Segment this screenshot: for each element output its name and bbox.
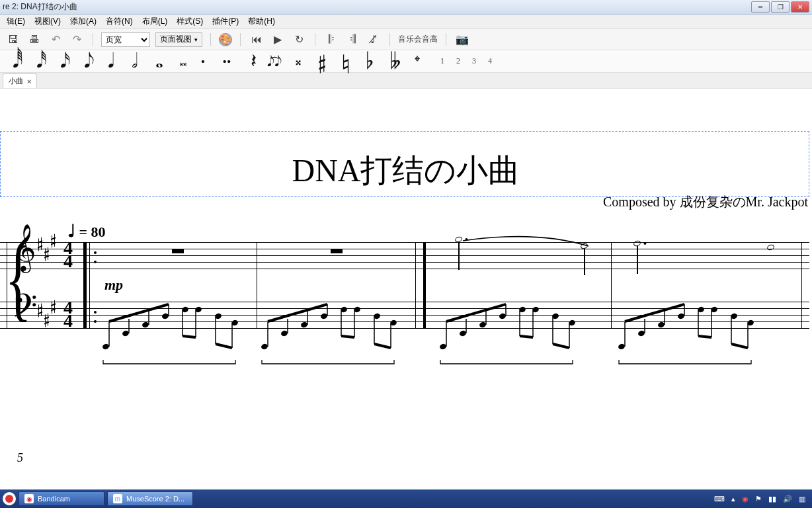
composer-text[interactable]: Composed by 成份复杂のMr. Jackpot — [603, 193, 808, 211]
concert-pitch-label[interactable]: 音乐会音高 — [398, 34, 438, 45]
duration-quarter-icon[interactable]: 𝅘𝅥 — [101, 52, 115, 71]
svg-point-6 — [161, 313, 169, 320]
menu-edit[interactable]: 辑(E) — [3, 15, 29, 28]
bass-accompaniment[interactable] — [0, 282, 812, 368]
menu-view[interactable]: 视图(V) — [30, 15, 65, 28]
barline[interactable] — [801, 242, 802, 328]
main-toolbar: 🖫 🖶 ↶ ↷ 页宽 页面视图▾ 🎨 ⏮ ▶ ↻ 𝄆 𝄇 ♪̸ 音乐会音高 📷 — [0, 29, 812, 50]
window-title: re 2: DNA打结の小曲 — [3, 1, 77, 13]
dot-icon[interactable]: • — [196, 52, 210, 71]
duration-32nd-icon[interactable]: 𝅘𝅥𝅰 — [29, 52, 44, 71]
tempo-marking[interactable]: ♩ = 80 — [67, 221, 106, 241]
duration-breve-icon[interactable]: 𝅜 — [172, 52, 186, 71]
tab-close-icon[interactable]: × — [27, 77, 31, 85]
menu-style[interactable]: 样式(S) — [173, 15, 207, 28]
redo-icon[interactable]: ↷ — [69, 32, 85, 48]
double-barline[interactable] — [423, 242, 426, 328]
svg-point-0 — [102, 343, 110, 351]
repeat-dots-icon — [94, 251, 97, 263]
play-icon[interactable]: ▶ — [270, 32, 286, 48]
menu-layout[interactable]: 布局(L) — [138, 15, 172, 28]
rest-icon[interactable]: 𝄽 — [243, 52, 258, 71]
double-dot-icon[interactable]: •• — [220, 52, 234, 71]
score-title[interactable]: DNA打结の小曲 — [292, 149, 520, 192]
save-icon[interactable]: 🖫 — [5, 32, 21, 48]
barline[interactable] — [257, 242, 257, 328]
maximize-button[interactable]: ❐ — [771, 1, 790, 13]
voice-2[interactable]: 2 — [456, 56, 460, 66]
repeat-start-barline-thin — [89, 242, 90, 328]
pageview-button[interactable]: 页面视图▾ — [155, 32, 202, 47]
document-tab[interactable]: 小曲 × — [3, 73, 37, 88]
svg-point-4 — [142, 321, 149, 329]
voice-4[interactable]: 4 — [488, 56, 492, 66]
svg-point-2 — [122, 330, 130, 337]
flip-icon[interactable]: 𝄌 — [410, 52, 425, 71]
voice-1[interactable]: 1 — [440, 56, 444, 66]
duration-8th-icon[interactable]: 𝅘𝅥𝅮 — [77, 52, 91, 71]
double-flat-icon[interactable]: ♭♭ — [386, 52, 401, 71]
repeat-dots-icon — [94, 311, 97, 323]
note-half-dotted[interactable]: • — [633, 241, 641, 246]
print-icon[interactable]: 🖶 — [26, 32, 42, 48]
system-barline — [7, 242, 7, 328]
zoom-select[interactable]: 页宽 — [101, 32, 150, 47]
rewind-icon[interactable]: ⏮ — [249, 32, 264, 48]
camera-icon[interactable]: 📷 — [454, 32, 470, 48]
sharp-icon[interactable]: ♯ — [315, 52, 329, 71]
menu-bar: 辑(E) 视图(V) 添加(A) 音符(N) 布局(L) 样式(S) 插件(P)… — [0, 15, 812, 29]
whole-rest[interactable] — [331, 249, 343, 253]
duration-64th-icon[interactable]: 𝅘𝅥𝅱 — [5, 52, 20, 71]
menu-notes[interactable]: 音符(N) — [102, 15, 137, 28]
time-signature[interactable]: 44 — [63, 241, 73, 268]
close-button[interactable]: ✕ — [791, 1, 809, 13]
voice-numbers: 1 2 3 4 — [440, 56, 492, 66]
document-tabstrip: 小曲 × — [0, 73, 812, 89]
menu-add[interactable]: 添加(A) — [66, 15, 101, 28]
palette-icon[interactable]: 🎨 — [219, 33, 232, 46]
flat-icon[interactable]: ♭ — [362, 52, 377, 71]
note-eighth-pair[interactable] — [767, 245, 774, 250]
treble-staff[interactable]: 𝄞 ♯ ♯ ♯ 44 • • — [0, 242, 809, 269]
barline[interactable] — [611, 242, 612, 328]
tie-icon[interactable]: ♪͡♪ — [267, 52, 282, 71]
minimize-button[interactable]: ━ — [751, 1, 770, 13]
slur-icon — [456, 234, 602, 274]
keysig-sharp[interactable]: ♯ — [37, 234, 43, 250]
piano-system: { 𝄞 ♯ ♯ ♯ 44 • • 𝄢 ♯ ♯ ♯ 44 — [0, 242, 809, 356]
menu-help[interactable]: 帮助(H) — [244, 15, 279, 28]
treble-clef-icon[interactable]: 𝄞 — [12, 226, 36, 271]
voice-3[interactable]: 3 — [472, 56, 476, 66]
repeat-start-icon[interactable]: 𝄆 — [323, 32, 339, 48]
natural-icon[interactable]: ♮ — [339, 52, 353, 71]
whole-rest[interactable] — [172, 249, 184, 253]
score-canvas[interactable]: DNA打结の小曲 Composed by 成份复杂のMr. Jackpot ♩ … — [0, 89, 812, 489]
note-palette: 𝅘𝅥𝅱 𝅘𝅥𝅰 𝅘𝅥𝅯 𝅘𝅥𝅮 𝅘𝅥 𝅗𝅥 𝅝 𝅜 • •• 𝄽 ♪͡♪ 𝄪 ♯… — [0, 50, 812, 73]
menu-plugins[interactable]: 插件(P) — [208, 15, 243, 28]
undo-icon[interactable]: ↶ — [48, 32, 63, 48]
duration-16th-icon[interactable]: 𝅘𝅥𝅯 — [53, 52, 67, 71]
loop-icon[interactable]: ↻ — [291, 32, 307, 48]
keysig-sharp[interactable]: ♯ — [44, 244, 50, 260]
note-quarter[interactable] — [581, 243, 588, 249]
window-titlebar: re 2: DNA打结の小曲 ━ ❐ ✕ — [0, 0, 812, 15]
repeat-start-barline[interactable] — [83, 242, 87, 328]
measure-number: 5 — [17, 451, 23, 465]
double-sharp-icon[interactable]: 𝄪 — [291, 52, 305, 71]
keysig-sharp[interactable]: ♯ — [50, 231, 56, 247]
document-tab-label: 小曲 — [9, 76, 23, 86]
repeat-end-icon[interactable]: 𝄇 — [345, 32, 360, 48]
duration-whole-icon[interactable]: 𝅝 — [148, 52, 163, 71]
barline[interactable] — [415, 242, 416, 328]
pan-icon[interactable]: ♪̸ — [366, 32, 382, 48]
duration-half-icon[interactable]: 𝅗𝅥 — [124, 52, 139, 71]
